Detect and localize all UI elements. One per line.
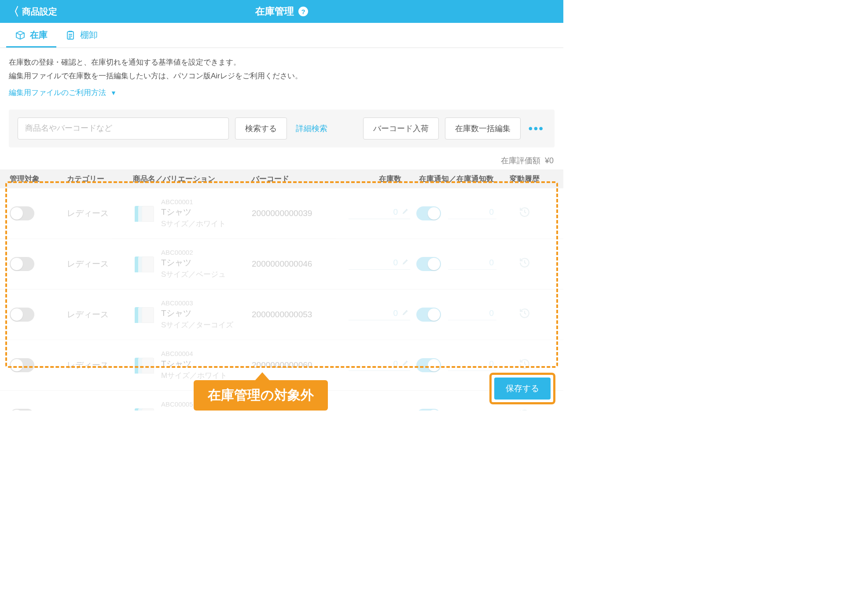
history-icon xyxy=(519,257,530,268)
row-variant: Sサイズ／ターコイズ xyxy=(161,320,233,330)
col-category: カテゴリー xyxy=(67,174,133,184)
row-category: レディース xyxy=(67,258,133,270)
valuation-label: 在庫評価額 xyxy=(501,156,540,165)
notify-value[interactable]: 0 xyxy=(448,207,496,219)
box-icon xyxy=(15,30,26,40)
row-name: Tシャツ xyxy=(161,206,226,218)
row-notify: 0 xyxy=(410,409,503,411)
history-button[interactable] xyxy=(503,308,547,322)
manage-toggle[interactable] xyxy=(10,206,34,220)
notify-toggle[interactable] xyxy=(416,257,441,271)
clipboard-icon xyxy=(65,30,76,40)
row-stock[interactable]: 0 xyxy=(349,258,410,270)
col-product: 商品名／バリエーション xyxy=(133,174,252,184)
save-highlight: 保存する xyxy=(489,373,555,404)
row-code: ABC00003 xyxy=(161,299,233,307)
col-history: 変動履歴 xyxy=(503,174,547,184)
back-button[interactable]: 〈 商品設定 xyxy=(8,4,57,19)
row-code: ABC00002 xyxy=(161,249,226,256)
col-notify: 在庫通知／在庫通知数 xyxy=(410,174,503,184)
product-thumb-icon xyxy=(133,253,155,275)
barcode-intake-button[interactable]: バーコード入荷 xyxy=(363,117,439,139)
history-icon xyxy=(519,358,530,370)
history-button[interactable] xyxy=(503,206,547,220)
callout-bubble: 在庫管理の対象外 xyxy=(194,380,328,411)
tab-inventory[interactable]: 棚卸 xyxy=(56,23,107,48)
info-line-2: 編集用ファイルで在庫数を一括編集したい方は、パソコン版Airレジをご利用ください… xyxy=(9,70,555,83)
col-stock: 在庫数 xyxy=(349,174,410,184)
edit-icon xyxy=(402,258,409,267)
tab-inventory-label: 棚卸 xyxy=(80,29,98,41)
tab-stock[interactable]: 在庫 xyxy=(6,23,56,48)
table-row: レディース ABC00001 Tシャツ Sサイズ／ホワイト 2000000000… xyxy=(0,188,563,239)
row-variant: Sサイズ／ホワイト xyxy=(161,219,226,229)
history-icon xyxy=(519,409,530,411)
row-barcode: 2000000000053 xyxy=(252,310,349,319)
notify-value[interactable]: 0 xyxy=(448,258,496,270)
product-thumb-icon xyxy=(133,354,155,376)
more-icon[interactable]: ••• xyxy=(527,121,546,136)
row-variant: Sサイズ／ベージュ xyxy=(161,269,226,279)
row-code: ABC00001 xyxy=(161,198,226,205)
info-link[interactable]: 編集用ファイルのご利用方法 ▼ xyxy=(9,86,117,100)
row-name: Tシャツ xyxy=(161,257,226,268)
notify-toggle[interactable] xyxy=(416,308,441,322)
product-thumb-icon xyxy=(133,304,155,326)
history-button[interactable] xyxy=(503,409,547,411)
row-code: ABC00004 xyxy=(161,350,227,357)
col-barcode: バーコード xyxy=(252,174,349,184)
row-product: ABC00002 Tシャツ Sサイズ／ベージュ xyxy=(133,249,252,279)
row-notify: 0 xyxy=(410,358,503,372)
row-category: レディース xyxy=(67,208,133,219)
manage-toggle[interactable] xyxy=(10,257,34,271)
row-barcode: 2000000000060 xyxy=(252,360,349,370)
notify-toggle[interactable] xyxy=(416,206,441,220)
manage-toggle[interactable] xyxy=(10,358,34,372)
page-title-text: 在庫管理 xyxy=(255,5,294,18)
notify-value[interactable]: 0 xyxy=(448,359,496,371)
notify-value[interactable]: 0 xyxy=(448,308,496,320)
search-button[interactable]: 検索する xyxy=(235,117,287,139)
row-notify: 0 xyxy=(410,308,503,322)
callout: 在庫管理の対象外 xyxy=(194,372,328,411)
tab-bar: 在庫 棚卸 xyxy=(0,23,563,48)
table-row: レディース ABC00002 Tシャツ Sサイズ／ベージュ 2000000000… xyxy=(0,239,563,290)
notify-toggle[interactable] xyxy=(416,358,441,372)
history-icon xyxy=(519,206,530,218)
info-block: 在庫数の登録・確認と、在庫切れを通知する基準値を設定できます。 編集用ファイルで… xyxy=(0,48,563,104)
row-notify: 0 xyxy=(410,206,503,220)
notify-toggle[interactable] xyxy=(416,409,441,411)
manage-toggle[interactable] xyxy=(10,308,34,322)
valuation-line: 在庫評価額 ¥0 xyxy=(0,147,563,169)
row-barcode: 2000000000046 xyxy=(252,259,349,269)
row-category: レディース xyxy=(67,309,133,320)
edit-icon xyxy=(402,359,409,368)
history-button[interactable] xyxy=(503,257,547,271)
row-stock[interactable]: 0 xyxy=(349,359,410,371)
advanced-search-link[interactable]: 詳細検索 xyxy=(293,123,330,134)
row-notify: 0 xyxy=(410,257,503,271)
help-icon[interactable]: ? xyxy=(298,7,308,16)
row-product: ABC00001 Tシャツ Sサイズ／ホワイト xyxy=(133,198,252,229)
save-button[interactable]: 保存する xyxy=(494,378,551,400)
info-line-1: 在庫数の登録・確認と、在庫切れを通知する基準値を設定できます。 xyxy=(9,56,555,70)
row-stock[interactable]: 0 xyxy=(349,308,410,320)
edit-icon xyxy=(402,207,409,216)
chevron-left-icon: 〈 xyxy=(8,4,19,19)
search-input[interactable] xyxy=(18,117,229,139)
row-stock[interactable]: 0 xyxy=(349,207,410,219)
row-name: Tシャツ xyxy=(161,358,227,370)
row-stock[interactable]: 0 xyxy=(349,410,410,411)
edit-icon xyxy=(402,410,409,411)
bulk-edit-button[interactable]: 在庫数一括編集 xyxy=(445,117,521,139)
col-target: 管理対象 xyxy=(10,174,67,184)
notify-value[interactable]: 0 xyxy=(448,410,496,411)
back-label: 商品設定 xyxy=(22,6,57,18)
page-title: 在庫管理 ? xyxy=(255,5,308,18)
edit-icon xyxy=(402,308,409,317)
history-button[interactable] xyxy=(503,358,547,372)
table-header: 管理対象 カテゴリー 商品名／バリエーション バーコード 在庫数 在庫通知／在庫… xyxy=(0,169,563,188)
manage-toggle[interactable] xyxy=(10,409,34,411)
product-thumb-icon xyxy=(133,202,155,224)
row-category: レディース xyxy=(67,359,133,371)
